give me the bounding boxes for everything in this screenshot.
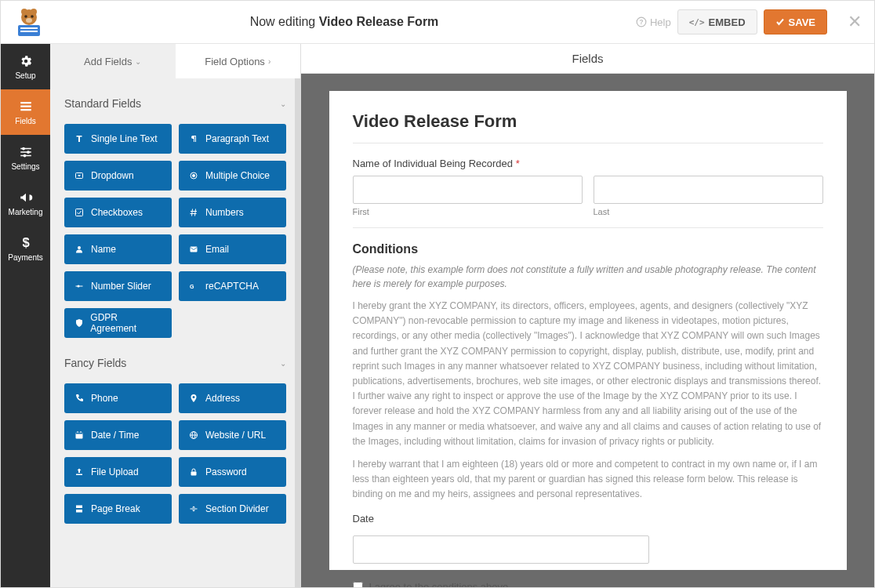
- field-button-label: Name: [91, 244, 116, 255]
- field-agree[interactable]: I agree to the conditions above.: [353, 581, 823, 587]
- field-button-label: Numbers: [205, 207, 244, 218]
- gear-icon: [18, 53, 34, 69]
- paragraph-icon: [188, 133, 199, 144]
- svg-text:G: G: [190, 284, 194, 289]
- section-fancy-fields: Fancy Fields ⌄ PhoneAddressDate / TimeWe…: [64, 349, 286, 524]
- field-button-label: Page Break: [91, 503, 140, 514]
- field-button-checkboxes[interactable]: Checkboxes: [64, 198, 172, 227]
- recaptcha-icon: G: [188, 281, 199, 292]
- embed-label: EMBED: [709, 16, 746, 28]
- field-button-multiple-choice[interactable]: Multiple Choice: [179, 161, 286, 191]
- tab-field-options-label: Field Options: [205, 56, 265, 67]
- name-inputs: First Last: [353, 176, 823, 216]
- svg-rect-36: [76, 433, 83, 434]
- dollar-icon: $: [18, 235, 34, 251]
- shield-icon: [74, 318, 84, 328]
- sidebar-scroll[interactable]: Standard Fields ⌄ Single Line TextParagr…: [50, 78, 300, 587]
- nav-settings[interactable]: Settings: [1, 135, 50, 180]
- svg-point-19: [23, 154, 26, 158]
- field-button-password[interactable]: Password: [179, 457, 286, 487]
- chevron-down-icon: ⌄: [280, 359, 286, 368]
- svg-rect-44: [76, 506, 82, 509]
- tab-add-fields[interactable]: Add Fields ⌄: [50, 44, 176, 78]
- field-button-website-url[interactable]: Website / URL: [179, 420, 286, 450]
- field-button-label: GDPR Agreement: [90, 312, 162, 334]
- field-button-name[interactable]: Name: [64, 234, 172, 264]
- conditions-p2: I hereby warrant that I am eighteen (18)…: [353, 457, 823, 503]
- close-button[interactable]: ✕: [848, 12, 862, 32]
- chevron-down-icon: ⌄: [135, 57, 141, 66]
- check-icon: [775, 17, 785, 27]
- save-button[interactable]: SAVE: [764, 9, 827, 34]
- field-button-section-divider[interactable]: Section Divider: [179, 494, 286, 524]
- svg-point-4: [31, 15, 34, 18]
- section-fancy-label: Fancy Fields: [64, 357, 126, 369]
- field-button-address[interactable]: Address: [179, 383, 286, 413]
- svg-line-27: [195, 209, 196, 216]
- svg-point-24: [192, 174, 195, 177]
- tab-add-fields-label: Add Fields: [84, 56, 132, 67]
- section-standard-label: Standard Fields: [64, 97, 141, 110]
- first-sublabel: First: [353, 207, 583, 216]
- field-button-recaptcha[interactable]: GreCAPTCHA: [179, 271, 286, 301]
- agree-checkbox[interactable]: [353, 582, 363, 587]
- field-button-file-upload[interactable]: File Upload: [64, 457, 172, 487]
- svg-rect-13: [20, 109, 31, 111]
- bullhorn-icon: [18, 190, 34, 205]
- svg-rect-8: [20, 31, 38, 32]
- help-label: Help: [650, 16, 671, 28]
- field-button-label: Checkboxes: [91, 207, 143, 218]
- first-name-input[interactable]: [353, 176, 583, 204]
- required-asterisk: *: [516, 158, 520, 169]
- embed-button[interactable]: </> EMBED: [677, 9, 757, 34]
- field-name[interactable]: Name of Individual Being Recorded * Firs…: [353, 158, 823, 216]
- field-button-date-time[interactable]: Date / Time: [64, 420, 172, 450]
- svg-rect-46: [191, 509, 198, 510]
- divider-icon: [188, 503, 199, 514]
- svg-point-17: [27, 151, 30, 154]
- field-button-gdpr-agreement[interactable]: GDPR Agreement: [64, 308, 172, 338]
- form-canvas: Video Release Form Name of Individual Be…: [329, 91, 847, 570]
- section-standard-head[interactable]: Standard Fields ⌄: [64, 89, 286, 118]
- svg-point-33: [78, 285, 80, 288]
- date-input[interactable]: [353, 535, 649, 564]
- field-button-label: Website / URL: [205, 430, 266, 441]
- field-button-dropdown[interactable]: Dropdown: [64, 161, 172, 191]
- field-date[interactable]: Date: [353, 513, 823, 564]
- field-button-phone[interactable]: Phone: [64, 383, 172, 413]
- nav-marketing[interactable]: Marketing: [1, 180, 50, 226]
- top-actions: ? Help </> EMBED SAVE ✕: [636, 9, 862, 34]
- help-link[interactable]: ? Help: [636, 16, 671, 28]
- svg-point-2: [31, 9, 37, 15]
- conditions-note: (Please note, this example form does not…: [353, 263, 823, 291]
- preview-scroll[interactable]: Video Release Form Name of Individual Be…: [301, 74, 874, 587]
- field-button-page-break[interactable]: Page Break: [64, 494, 172, 524]
- app-logo: [13, 6, 45, 38]
- field-button-email[interactable]: Email: [179, 234, 286, 264]
- phone-icon: [74, 393, 85, 404]
- field-button-number-slider[interactable]: Number Slider: [64, 271, 172, 301]
- field-conditions[interactable]: Conditions (Please note, this example fo…: [353, 242, 823, 502]
- nav-fields[interactable]: Fields: [1, 89, 50, 135]
- section-fancy-head[interactable]: Fancy Fields ⌄: [64, 349, 286, 377]
- field-button-numbers[interactable]: Numbers: [179, 198, 286, 227]
- pagebreak-icon: [74, 503, 85, 514]
- field-button-single-line-text[interactable]: Single Line Text: [64, 124, 172, 154]
- tab-field-options[interactable]: Field Options ›: [176, 44, 301, 78]
- svg-point-1: [21, 9, 27, 15]
- field-button-label: Date / Time: [91, 430, 139, 441]
- field-button-paragraph-text[interactable]: Paragraph Text: [179, 124, 286, 154]
- radio-icon: [188, 170, 199, 181]
- last-name-input[interactable]: [594, 176, 823, 204]
- scrollbar-track[interactable]: [295, 78, 300, 587]
- calendar-icon: [74, 430, 85, 441]
- nav-payments[interactable]: $ Payments: [1, 226, 50, 271]
- name-label: Name of Individual Being Recorded *: [353, 158, 823, 169]
- list-icon: [18, 99, 34, 114]
- svg-rect-11: [20, 102, 31, 103]
- field-button-label: Email: [205, 244, 229, 255]
- field-button-label: Multiple Choice: [205, 170, 270, 181]
- svg-point-30: [78, 246, 81, 249]
- nav-setup[interactable]: Setup: [1, 44, 50, 89]
- field-button-label: Dropdown: [91, 170, 134, 181]
